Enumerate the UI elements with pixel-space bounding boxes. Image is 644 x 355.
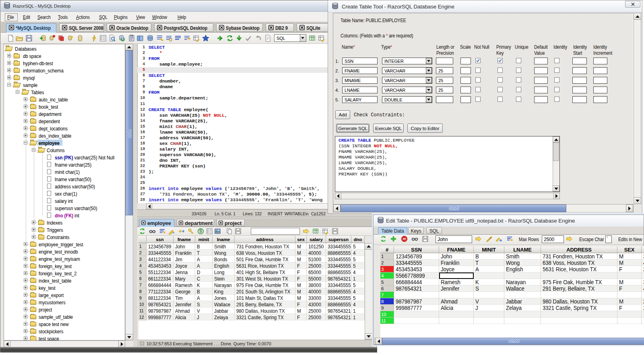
svg-text:S: S: [199, 229, 202, 233]
